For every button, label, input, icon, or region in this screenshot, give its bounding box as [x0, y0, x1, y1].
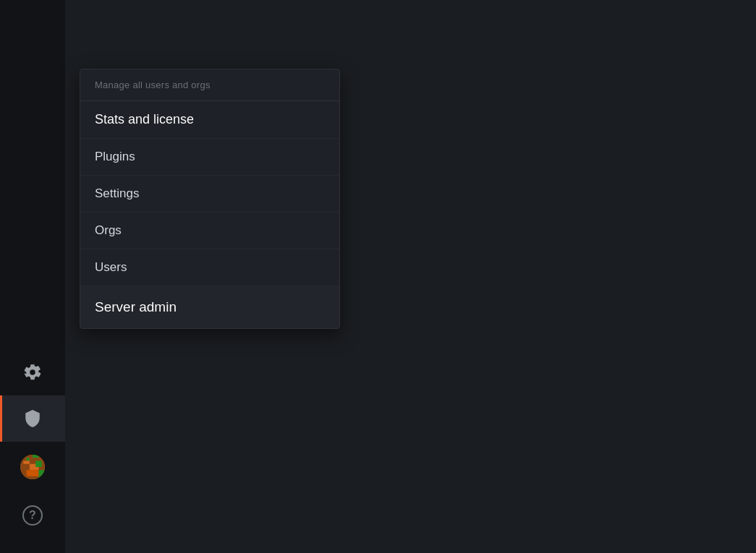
avatar [20, 455, 45, 479]
help-icon: ? [22, 505, 43, 526]
dropdown-item-plugins[interactable]: Plugins [80, 139, 339, 176]
dropdown-item-orgs[interactable]: Orgs [80, 213, 339, 249]
sidebar-item-profile[interactable] [0, 442, 65, 492]
svg-rect-8 [20, 473, 27, 480]
dropdown-item-users[interactable]: Users [80, 249, 339, 286]
sidebar-item-server-admin[interactable] [0, 395, 65, 442]
dropdown-item-stats[interactable]: Stats and license [80, 101, 339, 139]
sidebar-item-help[interactable]: ? [0, 492, 65, 539]
shield-icon [22, 408, 43, 429]
sidebar: ? [0, 0, 65, 553]
gear-icon [22, 362, 43, 382]
svg-rect-6 [35, 461, 42, 468]
svg-rect-9 [39, 470, 46, 479]
dropdown-item-server-admin[interactable]: Server admin [80, 286, 339, 328]
svg-rect-7 [27, 470, 39, 476]
dropdown-header: Manage all users and orgs [80, 69, 339, 101]
dropdown-menu: Manage all users and orgs Stats and lice… [80, 69, 340, 329]
svg-rect-2 [33, 455, 39, 458]
dropdown-item-settings[interactable]: Settings [80, 176, 339, 213]
svg-rect-1 [27, 458, 30, 460]
svg-rect-3 [23, 461, 30, 464]
sidebar-item-settings[interactable] [0, 349, 65, 395]
